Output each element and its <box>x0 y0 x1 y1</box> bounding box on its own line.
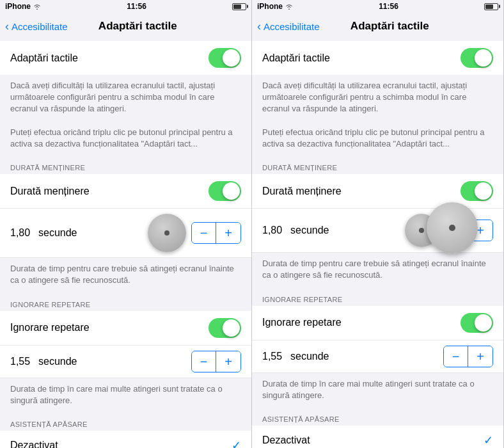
description-block-right: Dacă aveți dificultăți la utilizarea ecr… <box>252 75 503 157</box>
hold-duration-value-row-left: 1,80 secunde − + <box>0 209 251 258</box>
ignore-toggle-left[interactable] <box>209 318 241 338</box>
phone-panel-left: iPhone 11:56 ‹ Accesibilitate Adaptări t… <box>0 0 252 448</box>
desc1-left: Dacă aveți dificultăți la utilizarea ecr… <box>10 80 241 115</box>
ignore-minus-right[interactable]: − <box>444 346 468 367</box>
hold-dial-left[interactable] <box>148 214 186 252</box>
hold-value-right: 1,80 <box>262 225 285 236</box>
desc2-left: Puteți efectua oricând triplu clic pe bu… <box>10 127 241 150</box>
hold-duration-value-row-right: 1,80 secunde − + <box>252 209 503 253</box>
dial-overlay-dot-right <box>449 225 455 231</box>
chevron-left-icon-right: ‹ <box>257 20 261 32</box>
wifi-icon-left <box>33 4 41 10</box>
dial-dot-left <box>164 230 169 236</box>
status-bar-left: iPhone 11:56 <box>0 0 251 13</box>
section-ignore-label-left: IGNORARE REPETARE <box>0 294 251 311</box>
ignore-label-left: Ignorare repetare <box>10 322 90 333</box>
status-bar-right: iPhone 11:56 <box>252 0 503 13</box>
main-toggle-label-left: Adaptări tactile <box>10 52 78 64</box>
ignore-desc-text-right: Durata de timp în care mai multe atinger… <box>262 378 493 401</box>
content-left: Adaptări tactile Dacă aveți dificultăți … <box>0 41 251 448</box>
ignore-toggle-thumb-left <box>223 319 240 337</box>
main-toggle-right[interactable] <box>461 48 493 68</box>
section-ignore-label-right: IGNORARE REPETARE <box>252 289 503 306</box>
hold-desc-left: Durata de timp pentru care trebuie să at… <box>0 258 251 294</box>
section-assist-label-right: ASISTENȚĂ APĂSARE <box>252 409 503 426</box>
ignore-unit-left: secunde <box>38 356 110 367</box>
checkmark-left: ✓ <box>232 438 241 448</box>
ignore-desc-right: Durata de timp în care mai multe atinger… <box>252 373 503 409</box>
iphone-label-right: iPhone <box>257 2 283 11</box>
description-block-left: Dacă aveți dificultăți la utilizarea ecr… <box>0 75 251 157</box>
battery-icon-right <box>484 3 498 10</box>
hold-duration-toggle-left[interactable] <box>209 181 241 201</box>
section-assist-label-left: ASISTENȚĂ APĂSARE <box>0 414 251 431</box>
content-right: Adaptări tactile Dacă aveți dificultăți … <box>252 41 503 448</box>
time-left: 11:56 <box>127 2 146 11</box>
hold-value-left: 1,80 <box>10 227 33 239</box>
ignore-label-right: Ignorare repetare <box>262 317 342 328</box>
status-left: iPhone <box>5 2 41 11</box>
hold-duration-toggle-thumb-left <box>223 182 240 200</box>
ignore-value-row-left: 1,55 secunde − + <box>0 346 251 378</box>
ignore-plus-right[interactable]: + <box>468 346 492 367</box>
hold-dial-right-large[interactable] <box>427 202 478 253</box>
desc1-right: Dacă aveți dificultăți la utilizarea ecr… <box>262 80 493 115</box>
assist-section-right: Dezactivat ✓ Utilizați poziția Apăsare i… <box>252 426 503 448</box>
status-right-right <box>484 3 498 10</box>
section-hold-label-right: DURATĂ MENȚINERE <box>252 157 503 174</box>
nav-bar-right: ‹ Accesibilitate Adaptări tactile <box>252 13 503 41</box>
ignore-desc-text-left: Durata de timp în care mai multe atinger… <box>10 383 241 406</box>
checkmark-right: ✓ <box>484 433 493 447</box>
ignore-unit-right: secunde <box>290 351 362 362</box>
main-toggle-left[interactable] <box>209 48 241 68</box>
hold-minus-left[interactable]: − <box>192 223 216 243</box>
dezactivat-row-left[interactable]: Dezactivat ✓ <box>0 431 251 448</box>
ignore-section-right: Ignorare repetare 1,55 secunde − + <box>252 306 503 373</box>
time-right: 11:56 <box>379 2 398 11</box>
ignore-toggle-right[interactable] <box>461 313 493 333</box>
hold-duration-section-left: Durată menținere 1,80 secunde − + <box>0 174 251 258</box>
hold-plus-left[interactable]: + <box>216 223 240 243</box>
status-left-right: iPhone <box>257 2 293 11</box>
hold-unit-left: secunde <box>38 227 143 239</box>
ignore-section-left: Ignorare repetare 1,55 secunde − + <box>0 311 251 378</box>
hold-duration-toggle-row-left: Durată menținere <box>0 174 251 209</box>
hold-duration-section-right: Durată menținere 1,80 secunde − + <box>252 174 503 253</box>
wifi-icon-right <box>285 4 293 10</box>
ignore-toggle-row-left: Ignorare repetare <box>0 311 251 346</box>
page-title-right: Adaptări tactile <box>281 20 498 33</box>
ignore-toggle-thumb-right <box>475 314 492 332</box>
ignore-stepper-right: − + <box>443 346 493 367</box>
ignore-desc-left: Durata de timp în care mai multe atinger… <box>0 378 251 414</box>
ignore-plus-left[interactable]: + <box>216 351 240 372</box>
main-toggle-label-right: Adaptări tactile <box>262 52 330 64</box>
chevron-left-icon: ‹ <box>5 20 9 32</box>
main-toggle-row-left: Adaptări tactile <box>0 41 251 75</box>
main-toggle-row-right: Adaptări tactile <box>252 41 503 75</box>
dial-dot-right-small <box>419 228 424 233</box>
main-toggle-section-right: Adaptări tactile <box>252 41 503 75</box>
nav-bar-left: ‹ Accesibilitate Adaptări tactile <box>0 13 251 41</box>
dezactivat-row-right[interactable]: Dezactivat ✓ <box>252 426 503 448</box>
main-toggle-section-left: Adaptări tactile <box>0 41 251 75</box>
assist-section-left: Dezactivat ✓ Utilizați poziția Apăsare i… <box>0 431 251 448</box>
hold-duration-toggle-thumb-right <box>475 182 492 200</box>
hold-duration-label-left: Durată menținere <box>10 186 90 197</box>
ignore-minus-left[interactable]: − <box>192 351 216 372</box>
iphone-label: iPhone <box>5 2 31 11</box>
hold-duration-toggle-right[interactable] <box>461 181 493 201</box>
ignore-value-row-right: 1,55 secunde − + <box>252 340 503 373</box>
ignore-value-right: 1,55 <box>262 351 285 362</box>
desc2-right: Puteți efectua oricând triplu clic pe bu… <box>262 127 493 150</box>
hold-stepper-left: − + <box>191 222 241 244</box>
section-hold-label-left: DURATĂ MENȚINERE <box>0 157 251 174</box>
hold-unit-right: secunde <box>290 225 400 236</box>
toggle-thumb-left <box>223 49 240 67</box>
status-right-left <box>232 3 246 10</box>
dezactivat-label-right: Dezactivat <box>262 435 310 446</box>
page-title-left: Adaptări tactile <box>29 20 246 33</box>
hold-duration-toggle-row-right: Durată menținere <box>252 174 503 209</box>
ignore-stepper-left: − + <box>191 351 241 372</box>
ignore-value-left: 1,55 <box>10 356 33 367</box>
hold-desc-right: Durata de timp pentru care trebuie să at… <box>252 253 503 289</box>
